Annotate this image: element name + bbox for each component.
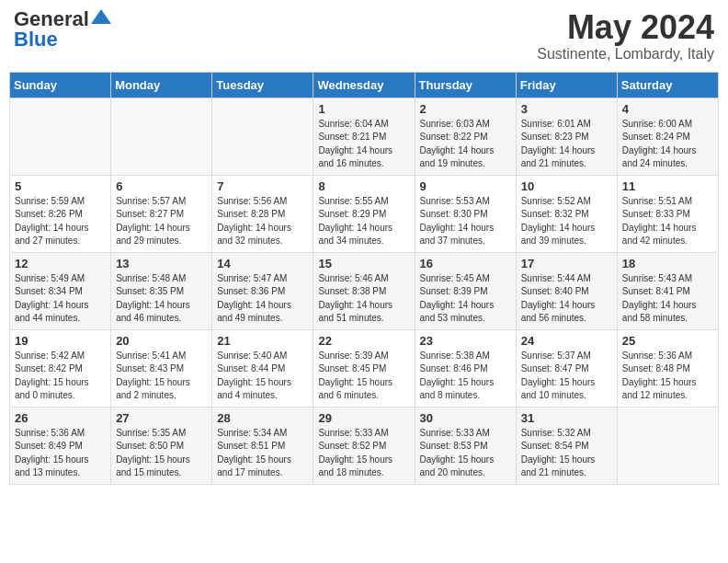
- logo-bird-icon: [91, 7, 111, 28]
- day-number: 6: [116, 179, 207, 193]
- calendar-cell: 31Sunrise: 5:32 AM Sunset: 8:54 PM Dayli…: [516, 407, 617, 484]
- day-number: 12: [15, 257, 106, 270]
- day-info: Sunrise: 5:59 AM Sunset: 8:26 PM Dayligh…: [15, 195, 106, 248]
- calendar-cell: 13Sunrise: 5:48 AM Sunset: 8:35 PM Dayli…: [111, 252, 212, 329]
- svg-marker-0: [91, 9, 111, 24]
- day-info: Sunrise: 5:35 AM Sunset: 8:50 PM Dayligh…: [116, 427, 207, 480]
- day-info: Sunrise: 5:37 AM Sunset: 8:47 PM Dayligh…: [521, 350, 612, 403]
- day-header-friday: Friday: [516, 72, 617, 98]
- day-number: 4: [622, 102, 713, 116]
- day-header-saturday: Saturday: [617, 72, 718, 98]
- calendar-cell: [111, 98, 212, 175]
- day-number: 20: [116, 334, 207, 348]
- day-header-tuesday: Tuesday: [212, 72, 313, 98]
- day-info: Sunrise: 5:33 AM Sunset: 8:52 PM Dayligh…: [318, 427, 409, 480]
- title-area: May 2024 Sustinente, Lombardy, Italy: [537, 9, 714, 63]
- calendar-cell: 22Sunrise: 5:39 AM Sunset: 8:45 PM Dayli…: [313, 329, 415, 407]
- calendar-cell: 8Sunrise: 5:55 AM Sunset: 8:29 PM Daylig…: [313, 175, 415, 252]
- day-header-sunday: Sunday: [10, 72, 111, 98]
- day-info: Sunrise: 5:44 AM Sunset: 8:40 PM Dayligh…: [521, 272, 612, 326]
- calendar-cell: 9Sunrise: 5:53 AM Sunset: 8:30 PM Daylig…: [415, 175, 516, 252]
- month-title: May 2024: [537, 9, 714, 46]
- day-info: Sunrise: 5:42 AM Sunset: 8:42 PM Dayligh…: [15, 350, 106, 403]
- day-info: Sunrise: 5:33 AM Sunset: 8:53 PM Dayligh…: [420, 427, 511, 480]
- day-number: 2: [420, 102, 511, 116]
- calendar-cell: 27Sunrise: 5:35 AM Sunset: 8:50 PM Dayli…: [111, 407, 212, 484]
- day-number: 1: [318, 102, 409, 116]
- calendar-cell: 30Sunrise: 5:33 AM Sunset: 8:53 PM Dayli…: [415, 407, 516, 484]
- day-number: 29: [318, 411, 409, 425]
- day-number: 21: [217, 334, 308, 348]
- calendar-cell: 28Sunrise: 5:34 AM Sunset: 8:51 PM Dayli…: [212, 407, 313, 484]
- calendar-cell: 3Sunrise: 6:01 AM Sunset: 8:23 PM Daylig…: [516, 98, 617, 175]
- day-number: 3: [521, 102, 612, 116]
- week-row-4: 19Sunrise: 5:42 AM Sunset: 8:42 PM Dayli…: [10, 329, 719, 407]
- day-number: 23: [420, 334, 511, 348]
- calendar-cell: 21Sunrise: 5:40 AM Sunset: 8:44 PM Dayli…: [212, 329, 313, 407]
- calendar-cell: 25Sunrise: 5:36 AM Sunset: 8:48 PM Dayli…: [617, 329, 718, 407]
- day-number: 9: [420, 179, 511, 193]
- day-info: Sunrise: 5:41 AM Sunset: 8:43 PM Dayligh…: [116, 350, 207, 403]
- day-info: Sunrise: 5:43 AM Sunset: 8:41 PM Dayligh…: [622, 272, 713, 326]
- calendar-cell: 19Sunrise: 5:42 AM Sunset: 8:42 PM Dayli…: [10, 329, 111, 407]
- day-number: 19: [15, 334, 106, 348]
- day-number: 8: [318, 179, 409, 193]
- calendar-cell: 16Sunrise: 5:45 AM Sunset: 8:39 PM Dayli…: [415, 252, 516, 329]
- day-info: Sunrise: 5:47 AM Sunset: 8:36 PM Dayligh…: [217, 272, 308, 326]
- day-info: Sunrise: 5:36 AM Sunset: 8:48 PM Dayligh…: [622, 350, 713, 403]
- day-info: Sunrise: 5:51 AM Sunset: 8:33 PM Dayligh…: [622, 195, 713, 248]
- location-title: Sustinente, Lombardy, Italy: [537, 46, 714, 63]
- week-row-2: 5Sunrise: 5:59 AM Sunset: 8:26 PM Daylig…: [10, 175, 719, 252]
- calendar-cell: 26Sunrise: 5:36 AM Sunset: 8:49 PM Dayli…: [10, 407, 111, 484]
- day-info: Sunrise: 5:49 AM Sunset: 8:34 PM Dayligh…: [15, 272, 106, 326]
- day-info: Sunrise: 5:48 AM Sunset: 8:35 PM Dayligh…: [116, 272, 207, 326]
- day-number: 22: [318, 334, 409, 348]
- calendar-cell: 24Sunrise: 5:37 AM Sunset: 8:47 PM Dayli…: [516, 329, 617, 407]
- day-info: Sunrise: 5:55 AM Sunset: 8:29 PM Dayligh…: [318, 195, 409, 248]
- day-number: 5: [15, 179, 106, 193]
- day-header-wednesday: Wednesday: [313, 72, 415, 98]
- day-number: 30: [420, 411, 511, 425]
- day-info: Sunrise: 5:36 AM Sunset: 8:49 PM Dayligh…: [15, 427, 106, 480]
- day-number: 7: [217, 179, 308, 193]
- calendar-cell: 7Sunrise: 5:56 AM Sunset: 8:28 PM Daylig…: [212, 175, 313, 252]
- day-number: 25: [622, 334, 713, 348]
- day-info: Sunrise: 6:03 AM Sunset: 8:22 PM Dayligh…: [420, 118, 511, 171]
- day-number: 11: [622, 179, 713, 193]
- day-info: Sunrise: 5:46 AM Sunset: 8:38 PM Dayligh…: [318, 272, 409, 326]
- day-info: Sunrise: 6:00 AM Sunset: 8:24 PM Dayligh…: [622, 118, 713, 171]
- header: General Blue May 2024 Sustinente, Lombar…: [9, 9, 719, 63]
- calendar-cell: 5Sunrise: 5:59 AM Sunset: 8:26 PM Daylig…: [10, 175, 111, 252]
- day-number: 24: [521, 334, 612, 348]
- day-number: 15: [318, 257, 409, 270]
- day-info: Sunrise: 5:38 AM Sunset: 8:46 PM Dayligh…: [420, 350, 511, 403]
- day-number: 18: [622, 257, 713, 270]
- calendar-cell: 12Sunrise: 5:49 AM Sunset: 8:34 PM Dayli…: [10, 252, 111, 329]
- day-info: Sunrise: 5:56 AM Sunset: 8:28 PM Dayligh…: [217, 195, 308, 248]
- calendar-cell: 14Sunrise: 5:47 AM Sunset: 8:36 PM Dayli…: [212, 252, 313, 329]
- calendar-cell: 10Sunrise: 5:52 AM Sunset: 8:32 PM Dayli…: [516, 175, 617, 252]
- calendar-cell: [617, 407, 718, 484]
- calendar-cell: 11Sunrise: 5:51 AM Sunset: 8:33 PM Dayli…: [617, 175, 718, 252]
- day-info: Sunrise: 5:39 AM Sunset: 8:45 PM Dayligh…: [318, 350, 409, 403]
- day-info: Sunrise: 6:01 AM Sunset: 8:23 PM Dayligh…: [521, 118, 612, 171]
- week-row-1: 1Sunrise: 6:04 AM Sunset: 8:21 PM Daylig…: [10, 98, 719, 175]
- week-row-5: 26Sunrise: 5:36 AM Sunset: 8:49 PM Dayli…: [10, 407, 719, 484]
- day-number: 13: [116, 257, 207, 270]
- calendar-cell: 15Sunrise: 5:46 AM Sunset: 8:38 PM Dayli…: [313, 252, 415, 329]
- calendar-cell: 6Sunrise: 5:57 AM Sunset: 8:27 PM Daylig…: [111, 175, 212, 252]
- day-info: Sunrise: 5:40 AM Sunset: 8:44 PM Dayligh…: [217, 350, 308, 403]
- days-header-row: SundayMondayTuesdayWednesdayThursdayFrid…: [10, 72, 719, 98]
- day-number: 17: [521, 257, 612, 270]
- day-info: Sunrise: 5:34 AM Sunset: 8:51 PM Dayligh…: [217, 427, 308, 480]
- calendar-cell: [10, 98, 111, 175]
- day-number: 14: [217, 257, 308, 270]
- calendar-cell: 23Sunrise: 5:38 AM Sunset: 8:46 PM Dayli…: [415, 329, 516, 407]
- day-number: 31: [521, 411, 612, 425]
- calendar-cell: 18Sunrise: 5:43 AM Sunset: 8:41 PM Dayli…: [617, 252, 718, 329]
- day-info: Sunrise: 5:53 AM Sunset: 8:30 PM Dayligh…: [420, 195, 511, 248]
- calendar-cell: 29Sunrise: 5:33 AM Sunset: 8:52 PM Dayli…: [313, 407, 415, 484]
- calendar-cell: 4Sunrise: 6:00 AM Sunset: 8:24 PM Daylig…: [617, 98, 718, 175]
- calendar-cell: [212, 98, 313, 175]
- calendar-cell: 2Sunrise: 6:03 AM Sunset: 8:22 PM Daylig…: [415, 98, 516, 175]
